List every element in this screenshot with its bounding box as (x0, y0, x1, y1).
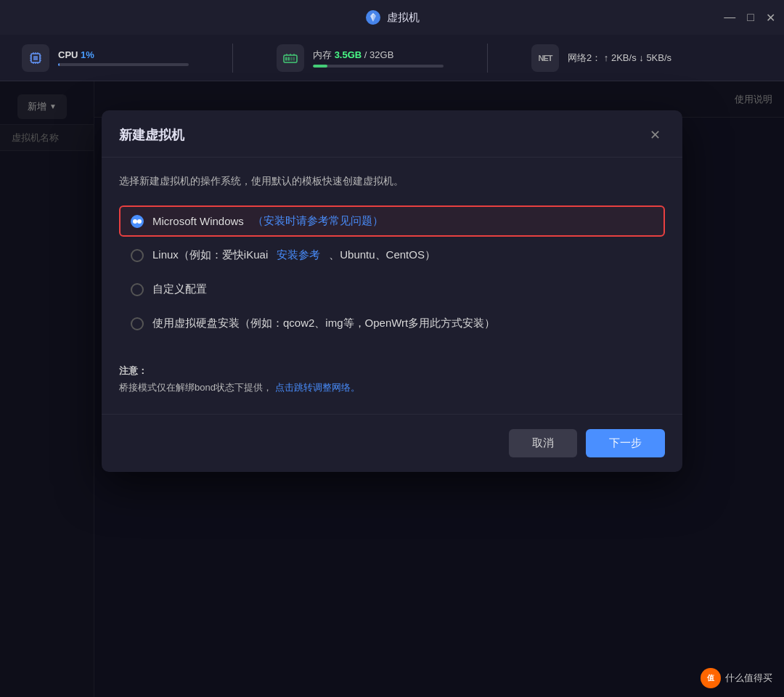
mem-icon (277, 44, 304, 72)
dialog-title: 新建虚拟机 (119, 126, 184, 144)
option-windows-link[interactable]: （安装时请参考常见问题） (253, 214, 383, 228)
svg-rect-16 (285, 57, 287, 60)
app-title: 虚拟机 (387, 11, 420, 25)
dialog-description: 选择新建虚拟机的操作系统，使用默认的模板快速创建虚拟机。 (119, 175, 665, 188)
option-linux[interactable]: Linux（例如：爱快iKuai 安装参考 、Ubuntu、CentOS） (119, 240, 665, 271)
stats-bar: CPU 1% 内存 (0, 35, 784, 81)
net-stat-content: 网络2： ↑ 2KB/s ↓ 5KB/s (568, 52, 671, 65)
note-title: 注意： (119, 362, 665, 379)
option-windows[interactable]: Microsoft Windows （安装时请参考常见问题） (119, 205, 665, 237)
titlebar: 虚拟机 — □ ✕ (0, 0, 784, 35)
os-option-group: Microsoft Windows （安装时请参考常见问题） Linux（例如：… (119, 205, 665, 339)
mem-bar-fill (313, 65, 327, 68)
mem-bar (313, 65, 444, 68)
cpu-label: CPU 1% (58, 49, 189, 60)
option-vdisk-label: 使用虚拟硬盘安装（例如：qcow2、img等，OpenWrt多用此方式安装） (152, 317, 495, 330)
new-vm-dialog: 新建虚拟机 ✕ 选择新建虚拟机的操作系统，使用默认的模板快速创建虚拟机。 Mic… (102, 110, 682, 472)
watermark-text: 什么值得买 (725, 672, 772, 685)
cpu-icon (22, 44, 49, 72)
cpu-bar-fill (58, 63, 60, 66)
close-window-button[interactable]: ✕ (766, 11, 775, 25)
option-custom[interactable]: 自定义配置 (119, 274, 665, 305)
option-vdisk[interactable]: 使用虚拟硬盘安装（例如：qcow2、img等，OpenWrt多用此方式安装） (119, 308, 665, 339)
option-linux-label2: 、Ubuntu、CentOS） (329, 248, 436, 262)
option-custom-label: 自定义配置 (152, 282, 207, 296)
titlebar-title: 虚拟机 (365, 9, 420, 25)
cpu-stat-content: CPU 1% (58, 49, 189, 66)
cancel-button[interactable]: 取消 (509, 429, 577, 457)
dialog-close-button[interactable]: ✕ (645, 125, 665, 145)
net-stat: NET 网络2： ↑ 2KB/s ↓ 5KB/s (531, 44, 671, 72)
svg-rect-17 (288, 57, 290, 60)
cpu-stat: CPU 1% (22, 44, 189, 72)
net-icon: NET (531, 44, 559, 72)
note-link[interactable]: 点击跳转调整网络。 (275, 382, 360, 393)
radio-vdisk (131, 317, 144, 330)
next-button[interactable]: 下一步 (586, 429, 665, 457)
stat-divider-1 (232, 44, 233, 73)
radio-custom (131, 283, 144, 296)
option-windows-label: Microsoft Windows (152, 215, 244, 227)
cpu-bar (58, 63, 189, 66)
radio-windows (131, 215, 144, 228)
watermark-icon: 值 (701, 668, 721, 688)
stat-divider-2 (487, 44, 488, 73)
dialog-footer: 取消 下一步 (102, 414, 682, 472)
svg-rect-18 (290, 57, 293, 60)
app-icon (365, 9, 381, 25)
dialog-overlay: 新建虚拟机 ✕ 选择新建虚拟机的操作系统，使用默认的模板快速创建虚拟机。 Mic… (0, 81, 784, 697)
svg-rect-19 (293, 57, 295, 60)
radio-linux (131, 249, 144, 262)
net-label: 网络2： ↑ 2KB/s ↓ 5KB/s (568, 52, 671, 65)
mem-stat: 内存 3.5GB / 32GB (277, 44, 444, 72)
minimize-button[interactable]: — (724, 11, 735, 24)
mem-stat-content: 内存 3.5GB / 32GB (313, 49, 444, 68)
maximize-button[interactable]: □ (747, 11, 754, 24)
note-body: 桥接模式仅在解绑bond状态下提供， 点击跳转调整网络。 (119, 379, 665, 396)
option-linux-link[interactable]: 安装参考 (277, 248, 320, 262)
dialog-body: 选择新建虚拟机的操作系统，使用默认的模板快速创建虚拟机。 Microsoft W… (102, 158, 682, 414)
mem-label: 内存 3.5GB / 32GB (313, 49, 444, 62)
dialog-header: 新建虚拟机 ✕ (102, 110, 682, 158)
watermark: 值 什么值得买 (701, 668, 772, 688)
note-section: 注意： 桥接模式仅在解绑bond状态下提供， 点击跳转调整网络。 (119, 362, 665, 396)
option-linux-label: Linux（例如：爱快iKuai (152, 248, 268, 262)
window-controls: — □ ✕ (724, 11, 775, 25)
svg-rect-2 (33, 56, 38, 60)
